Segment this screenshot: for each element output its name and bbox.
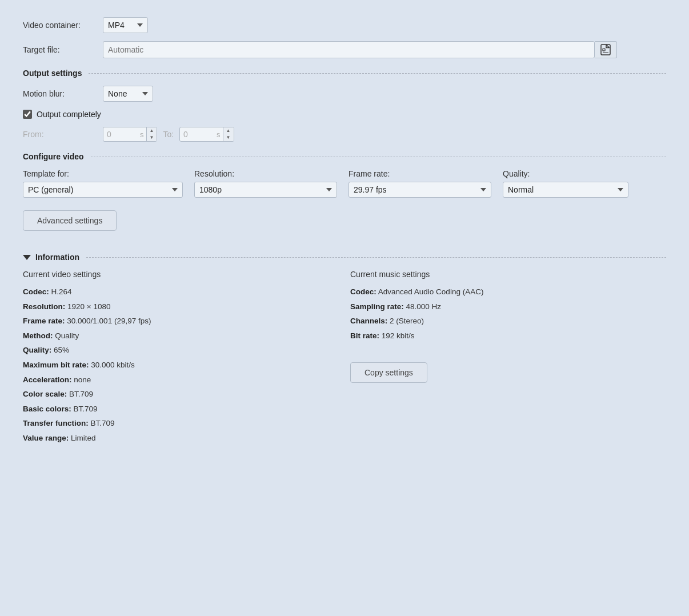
video-framerate-item: Frame rate: 30.000/1.001 (29,97 fps) (23, 315, 339, 327)
template-for-select[interactable]: PC (general) Mobile Web Custom (23, 182, 183, 198)
video-acceleration-value: none (74, 375, 91, 384)
from-down-arrow[interactable]: ▼ (147, 134, 157, 141)
from-arrows: ▲ ▼ (146, 127, 157, 141)
template-for-col: Template for: PC (general) Mobile Web Cu… (23, 169, 194, 198)
music-codec-item: Codec: Advanced Audio Coding (AAC) (350, 286, 666, 298)
frame-rate-col: Frame rate: 23.976 fps 24 fps 25 fps 29.… (348, 169, 503, 198)
to-down-arrow[interactable]: ▼ (223, 134, 234, 141)
to-unit: s (214, 127, 223, 141)
output-settings-title: Output settings (23, 69, 82, 78)
target-file-input[interactable] (103, 41, 595, 58)
from-unit: s (138, 127, 146, 141)
video-maxbitrate-value: 30.000 kbit/s (91, 361, 135, 369)
motion-blur-row: Motion blur: None Low Medium High (23, 86, 666, 102)
to-input[interactable] (180, 127, 214, 141)
video-colorscale-label: Color scale: (23, 390, 67, 398)
current-music-col: Current music settings Codec: Advanced A… (350, 270, 666, 447)
music-samplingrate-label: Sampling rate: (350, 302, 404, 311)
current-video-col: Current video settings Codec: H.264 Reso… (23, 270, 339, 447)
video-resolution-item: Resolution: 1920 × 1080 (23, 301, 339, 313)
motion-blur-select[interactable]: None Low Medium High (103, 86, 153, 102)
to-spinbox: s ▲ ▼ (179, 127, 234, 142)
video-transferfunction-item: Transfer function: BT.709 (23, 417, 339, 430)
music-channels-item: Channels: 2 (Stereo) (350, 315, 666, 327)
video-acceleration-label: Acceleration: (23, 375, 72, 384)
video-codec-item: Codec: H.264 (23, 286, 339, 298)
video-transferfunction-label: Transfer function: (23, 419, 89, 427)
quality-col: Quality: Low Normal High Lossless (503, 169, 640, 198)
video-valuerange-label: Value range: (23, 434, 69, 442)
video-method-item: Method: Quality (23, 330, 339, 342)
to-up-arrow[interactable]: ▲ (223, 127, 234, 134)
output-completely-row: Output completely (23, 110, 666, 119)
music-channels-label: Channels: (350, 317, 387, 325)
output-completely-label: Output completely (37, 110, 101, 119)
quality-select[interactable]: Low Normal High Lossless (503, 182, 628, 198)
video-maxbitrate-item: Maximum bit rate: 30.000 kbit/s (23, 359, 339, 371)
video-resolution-label: Resolution: (23, 302, 65, 311)
video-basiccolors-item: Basic colors: BT.709 (23, 403, 339, 415)
video-container-select[interactable]: MP4 MKV AVI MOV WebM (103, 17, 148, 33)
from-input[interactable] (103, 127, 138, 141)
video-quality-label: Quality: (23, 346, 51, 354)
video-maxbitrate-label: Maximum bit rate: (23, 361, 89, 369)
video-valuerange-value: Limited (71, 434, 96, 442)
target-file-browse-button[interactable] (595, 41, 617, 58)
resolution-select[interactable]: 720p 1080p 1440p 4K (194, 182, 337, 198)
frame-rate-select[interactable]: 23.976 fps 24 fps 25 fps 29.97 fps 30 fp… (348, 182, 491, 198)
video-basiccolors-value: BT.709 (74, 405, 98, 413)
video-container-label: Video container: (23, 21, 103, 30)
music-channels-value: 2 (Stereo) (390, 317, 424, 325)
current-video-title: Current video settings (23, 270, 339, 279)
information-triangle-icon (23, 255, 31, 260)
output-completely-checkbox[interactable] (23, 110, 32, 119)
current-music-title: Current music settings (350, 270, 666, 279)
resolution-label: Resolution: (194, 169, 337, 178)
from-up-arrow[interactable]: ▲ (147, 127, 157, 134)
configure-video-labels: Template for: PC (general) Mobile Web Cu… (23, 169, 666, 198)
video-codec-value: H.264 (51, 287, 72, 296)
output-settings-header: Output settings (23, 69, 666, 78)
music-codec-label: Codec: (350, 287, 376, 296)
from-label: From: (23, 130, 103, 139)
music-samplingrate-value: 48.000 Hz (406, 302, 442, 311)
quality-label: Quality: (503, 169, 628, 178)
copy-settings-button[interactable]: Copy settings (350, 362, 427, 383)
video-colorscale-item: Color scale: BT.709 (23, 388, 339, 401)
resolution-col: Resolution: 720p 1080p 1440p 4K (194, 169, 348, 198)
music-bitrate-value: 192 kbit/s (382, 331, 415, 340)
configure-video-title: Configure video (23, 152, 84, 161)
video-method-label: Method: (23, 331, 53, 340)
video-codec-label: Codec: (23, 287, 49, 296)
output-settings-divider (89, 73, 666, 74)
configure-video-divider (91, 157, 666, 157)
information-divider (86, 257, 666, 258)
music-bitrate-label: Bit rate: (350, 331, 379, 340)
target-file-label: Target file: (23, 45, 103, 54)
configure-video-header: Configure video (23, 152, 666, 161)
music-bitrate-item: Bit rate: 192 kbit/s (350, 330, 666, 342)
frame-rate-label: Frame rate: (348, 169, 491, 178)
video-quality-item: Quality: 65% (23, 344, 339, 357)
video-resolution-value: 1920 × 1080 (67, 302, 110, 311)
from-spinbox: s ▲ ▼ (103, 127, 157, 142)
video-framerate-label: Frame rate: (23, 317, 65, 325)
video-framerate-value: 30.000/1.001 (29,97 fps) (67, 317, 151, 325)
target-file-wrapper (103, 41, 617, 58)
from-to-row: From: s ▲ ▼ To: s ▲ ▼ (23, 127, 666, 142)
information-header: Information (23, 253, 666, 262)
video-container-row: Video container: MP4 MKV AVI MOV WebM (23, 17, 666, 33)
file-browse-icon (600, 44, 611, 55)
to-arrows: ▲ ▼ (223, 127, 234, 141)
advanced-settings-button[interactable]: Advanced settings (23, 210, 117, 231)
video-colorscale-value: BT.709 (69, 390, 93, 398)
template-for-label: Template for: (23, 169, 183, 178)
music-codec-value: Advanced Audio Coding (AAC) (378, 287, 484, 296)
video-valuerange-item: Value range: Limited (23, 432, 339, 445)
video-acceleration-item: Acceleration: none (23, 374, 339, 386)
to-label: To: (163, 130, 174, 139)
information-title: Information (35, 253, 79, 262)
video-quality-value: 65% (54, 346, 69, 354)
motion-blur-label: Motion blur: (23, 89, 103, 98)
video-method-value: Quality (55, 331, 79, 340)
